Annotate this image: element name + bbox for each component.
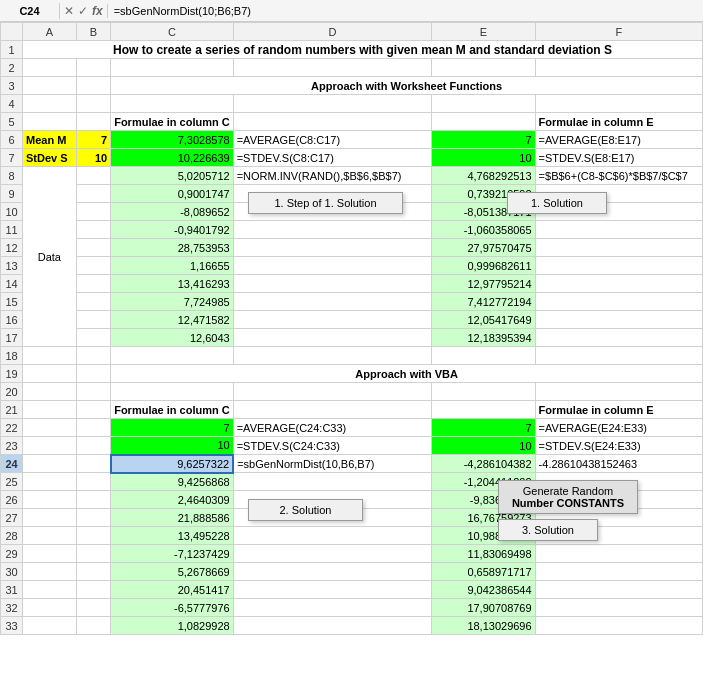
cell-c15[interactable]: 7,724985 xyxy=(111,293,234,311)
cell-d21[interactable] xyxy=(233,401,432,419)
cell-c10[interactable]: -8,089652 xyxy=(111,203,234,221)
cell-c20[interactable] xyxy=(111,383,234,401)
cell-e22[interactable]: 7 xyxy=(432,419,535,437)
cell-d8[interactable]: =NORM.INV(RAND(),$B$6,$B$7) xyxy=(233,167,432,185)
cell-f20[interactable] xyxy=(535,383,702,401)
cell-f12[interactable] xyxy=(535,239,702,257)
cell-a24[interactable] xyxy=(23,455,77,473)
cell-c30[interactable]: 5,2678669 xyxy=(111,563,234,581)
cell-b4[interactable] xyxy=(76,95,110,113)
cell-c11[interactable]: -0,9401792 xyxy=(111,221,234,239)
cell-f11[interactable] xyxy=(535,221,702,239)
cell-f23[interactable]: =STDEV.S(E24:E33) xyxy=(535,437,702,455)
cell-c28[interactable]: 13,495228 xyxy=(111,527,234,545)
cell-f24[interactable]: -4.28610438152463 xyxy=(535,455,702,473)
cell-d14[interactable] xyxy=(233,275,432,293)
cell-d7[interactable]: =STDEV.S(C8:C17) xyxy=(233,149,432,167)
cell-a32[interactable] xyxy=(23,599,77,617)
cell-c13[interactable]: 1,16655 xyxy=(111,257,234,275)
cell-e17[interactable]: 12,18395394 xyxy=(432,329,535,347)
cell-d12[interactable] xyxy=(233,239,432,257)
cell-b29[interactable] xyxy=(76,545,110,563)
cell-c12[interactable]: 28,753953 xyxy=(111,239,234,257)
cell-c22[interactable]: 7 xyxy=(111,419,234,437)
cell-b3[interactable] xyxy=(76,77,110,95)
cell-c32[interactable]: -6,5777976 xyxy=(111,599,234,617)
cell-a2[interactable] xyxy=(23,59,77,77)
cell-f31[interactable] xyxy=(535,581,702,599)
col-header-f[interactable]: F xyxy=(535,23,702,41)
cell-f18[interactable] xyxy=(535,347,702,365)
cell-b7[interactable]: 10 xyxy=(76,149,110,167)
cell-a27[interactable] xyxy=(23,509,77,527)
cell-b12[interactable] xyxy=(76,239,110,257)
cell-b5[interactable] xyxy=(76,113,110,131)
cell-c14[interactable]: 13,416293 xyxy=(111,275,234,293)
cell-e29[interactable]: 11,83069498 xyxy=(432,545,535,563)
fx-icon[interactable]: fx xyxy=(92,4,103,18)
cancel-icon[interactable]: ✕ xyxy=(64,4,74,18)
cell-e18[interactable] xyxy=(432,347,535,365)
cell-a5[interactable] xyxy=(23,113,77,131)
cell-e23[interactable]: 10 xyxy=(432,437,535,455)
cell-e31[interactable]: 9,042386544 xyxy=(432,581,535,599)
cell-d30[interactable] xyxy=(233,563,432,581)
cell-a1[interactable]: How to create a series of random numbers… xyxy=(23,41,703,59)
cell-d4[interactable] xyxy=(233,95,432,113)
cell-e11[interactable]: -1,060358065 xyxy=(432,221,535,239)
cell-c25[interactable]: 9,4256868 xyxy=(111,473,234,491)
cell-f22[interactable]: =AVERAGE(E24:E33) xyxy=(535,419,702,437)
cell-e24[interactable]: -4,286104382 xyxy=(432,455,535,473)
cell-b31[interactable] xyxy=(76,581,110,599)
cell-a18[interactable] xyxy=(23,347,77,365)
cell-a22[interactable] xyxy=(23,419,77,437)
cell-b15[interactable] xyxy=(76,293,110,311)
cell-e5[interactable] xyxy=(432,113,535,131)
cell-a21[interactable] xyxy=(23,401,77,419)
cell-a4[interactable] xyxy=(23,95,77,113)
cell-e12[interactable]: 27,97570475 xyxy=(432,239,535,257)
cell-d20[interactable] xyxy=(233,383,432,401)
cell-b6[interactable]: 7 xyxy=(76,131,110,149)
cell-b13[interactable] xyxy=(76,257,110,275)
cell-d31[interactable] xyxy=(233,581,432,599)
cell-e8[interactable]: 4,768292513 xyxy=(432,167,535,185)
cell-c23[interactable]: 10 xyxy=(111,437,234,455)
cell-c9[interactable]: 0,9001747 xyxy=(111,185,234,203)
cell-b32[interactable] xyxy=(76,599,110,617)
cell-c27[interactable]: 21,888586 xyxy=(111,509,234,527)
cell-a29[interactable] xyxy=(23,545,77,563)
cell-c18[interactable] xyxy=(111,347,234,365)
cell-a31[interactable] xyxy=(23,581,77,599)
cell-c31[interactable]: 20,451417 xyxy=(111,581,234,599)
cell-f8[interactable]: =$B$6+(C8-$C$6)*$B$7/$C$7 xyxy=(535,167,702,185)
cell-b18[interactable] xyxy=(76,347,110,365)
cell-b11[interactable] xyxy=(76,221,110,239)
cell-a25[interactable] xyxy=(23,473,77,491)
cell-b19[interactable] xyxy=(76,365,110,383)
cell-e6[interactable]: 7 xyxy=(432,131,535,149)
cell-e30[interactable]: 0,658971717 xyxy=(432,563,535,581)
cell-f6[interactable]: =AVERAGE(E8:E17) xyxy=(535,131,702,149)
cell-d28[interactable] xyxy=(233,527,432,545)
cell-d25[interactable] xyxy=(233,473,432,491)
cell-a30[interactable] xyxy=(23,563,77,581)
confirm-icon[interactable]: ✓ xyxy=(78,4,88,18)
cell-f4[interactable] xyxy=(535,95,702,113)
cell-f32[interactable] xyxy=(535,599,702,617)
cell-f30[interactable] xyxy=(535,563,702,581)
col-header-e[interactable]: E xyxy=(432,23,535,41)
cell-e15[interactable]: 7,412772194 xyxy=(432,293,535,311)
cell-c26[interactable]: 2,4640309 xyxy=(111,491,234,509)
cell-f14[interactable] xyxy=(535,275,702,293)
cell-d22[interactable]: =AVERAGE(C24:C33) xyxy=(233,419,432,437)
cell-f16[interactable] xyxy=(535,311,702,329)
cell-c17[interactable]: 12,6043 xyxy=(111,329,234,347)
formula-input[interactable]: =sbGenNormDist(10;B6;B7) xyxy=(108,3,703,19)
cell-b14[interactable] xyxy=(76,275,110,293)
cell-b28[interactable] xyxy=(76,527,110,545)
cell-d11[interactable] xyxy=(233,221,432,239)
cell-c16[interactable]: 12,471582 xyxy=(111,311,234,329)
cell-b21[interactable] xyxy=(76,401,110,419)
cell-f2[interactable] xyxy=(535,59,702,77)
